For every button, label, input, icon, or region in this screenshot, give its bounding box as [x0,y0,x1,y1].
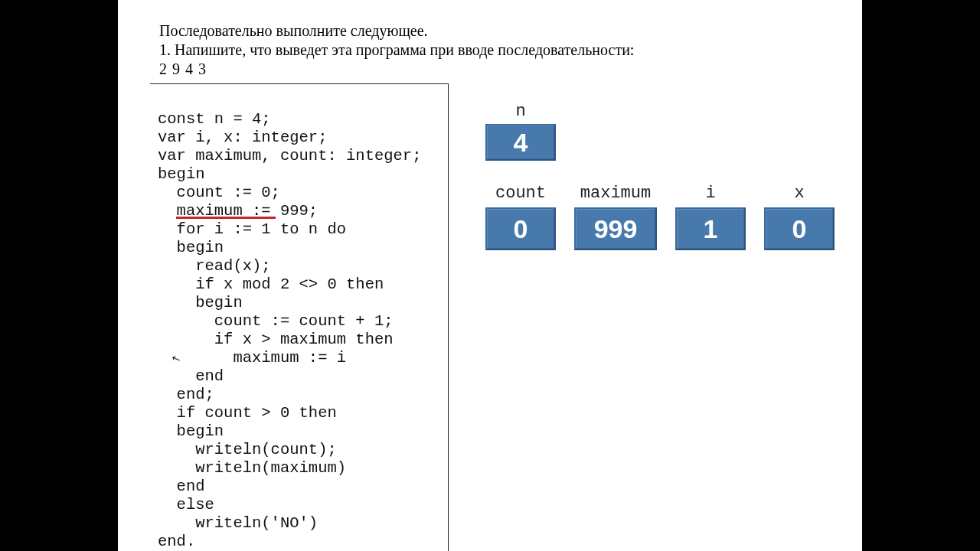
var-box-maximum: 999 [574,207,657,250]
var-box-count: 0 [485,207,556,250]
highlight-underline [176,217,276,219]
code-line: read(x); [158,257,271,275]
code-line: else [158,496,214,514]
code-line: writeln(maximum) [158,459,346,477]
code-line: writeln(count); [158,441,337,458]
code-line: var maximum, count: integer; [158,147,421,165]
var-label-n: n [485,102,556,121]
code-line: begin [158,239,224,256]
code-line: end [158,478,205,495]
code-line: var i, x: integer; [158,129,327,146]
var-label-x: x [794,184,804,203]
code-line: for i := 1 to n do [158,220,346,238]
code-listing: const n = 4; var i, x: integer; var maxi… [150,83,449,551]
var-label-count: count [495,184,546,203]
code-line: end; [158,386,214,403]
var-box-i: 1 [675,207,746,250]
task-header: Последовательно выполните следующее. 1. … [118,0,862,83]
code-line: if x > maximum then [158,331,394,348]
code-line: count := 0; [158,184,280,201]
code-line: end. [158,533,195,550]
var-row-main: count 0 maximum 999 i 1 x 0 [485,184,835,250]
code-line: count := count + 1; [158,312,394,330]
code-line: begin [158,294,243,311]
code-line: writeln('NO') [158,514,318,532]
code-line: begin [158,165,205,183]
code-line: end [158,367,224,385]
variables-panel: n 4 count 0 maximum 999 i 1 x [449,83,835,551]
header-line-1: Последовательно выполните следующее. [159,21,821,41]
var-label-maximum: maximum [580,184,651,203]
var-box-n: 4 [485,124,556,161]
header-line-2: 1. Напишите, что выведет эта программа п… [159,41,821,60]
code-line: const n = 4; [158,110,271,128]
code-line: if count > 0 then [158,404,337,422]
code-line: begin [158,422,224,440]
page: Последовательно выполните следующее. 1. … [118,0,862,551]
content-row: const n = 4; var i, x: integer; var maxi… [118,83,862,551]
var-row-n: n 4 [485,102,835,161]
code-line: maximum := i [158,349,346,367]
input-sequence: 2 9 4 3 [159,60,821,79]
var-box-x: 0 [764,207,835,250]
var-label-i: i [705,184,715,203]
code-line: if x mod 2 <> 0 then [158,276,384,293]
